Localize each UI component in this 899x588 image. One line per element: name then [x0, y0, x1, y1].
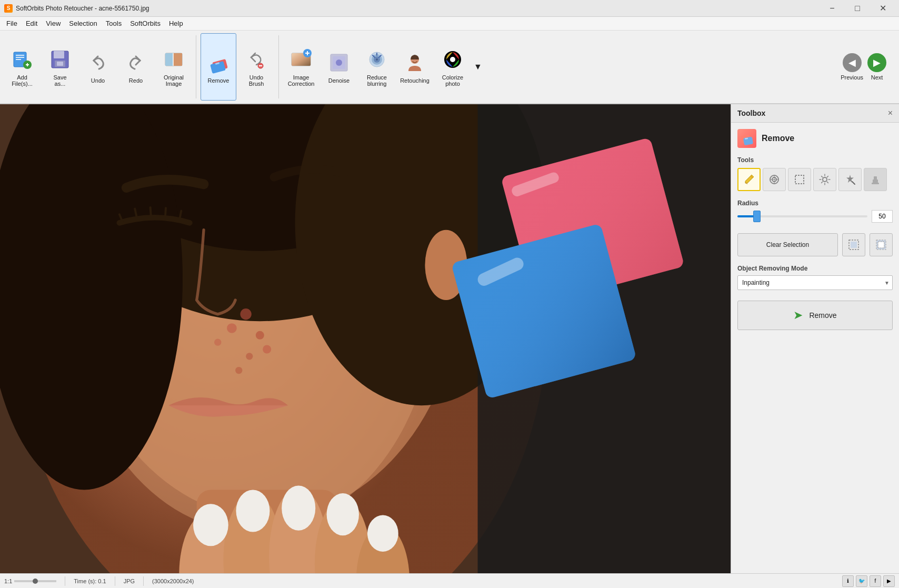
toolbar-reduce-blurring[interactable]: Reduce blurring: [359, 33, 395, 101]
tool-magic-wand-button[interactable]: [813, 168, 836, 191]
svg-point-47: [256, 331, 264, 340]
title-bar: S SoftOrbits Photo Retoucher - acne-5561…: [0, 0, 899, 17]
status-bar: 1:1 Time (s): 0.1 JPG (3000x2000x24) ℹ 🐦…: [0, 573, 899, 588]
status-youtube-button[interactable]: ▶: [883, 575, 895, 587]
status-facebook-button[interactable]: f: [870, 575, 881, 587]
rect-select-icon: [793, 173, 806, 186]
menu-selection[interactable]: Selection: [65, 18, 101, 28]
menu-bar: File Edit View Selection Tools SoftOrbit…: [0, 17, 899, 31]
tool-pencil-button[interactable]: [737, 168, 761, 191]
remove-action-button[interactable]: ➤ Remove: [737, 301, 893, 330]
svg-point-62: [327, 493, 359, 535]
redo-label: Redo: [129, 77, 143, 84]
reduce-blurring-label: Reduce blurring: [367, 74, 387, 87]
radius-slider-thumb[interactable]: [753, 211, 761, 222]
radius-slider[interactable]: [737, 215, 867, 217]
minimize-button[interactable]: −: [820, 0, 844, 17]
svg-rect-2: [16, 57, 24, 58]
tool-stamp-button[interactable]: [864, 168, 887, 191]
window-controls: − □ ✕: [820, 0, 895, 17]
toolbar-undo-brush[interactable]: Undo Brush: [238, 33, 274, 101]
status-share-button[interactable]: 🐦: [856, 575, 867, 587]
status-format: JPG: [124, 578, 135, 584]
tool-lasso-button[interactable]: [763, 168, 786, 191]
tool-rect-select-button[interactable]: [788, 168, 811, 191]
svg-point-81: [823, 177, 827, 182]
toolbar-original-image[interactable]: Original Image: [156, 33, 192, 101]
zoom-slider[interactable]: [14, 580, 56, 582]
menu-view[interactable]: View: [42, 18, 65, 28]
save-icon: [47, 47, 73, 72]
next-button[interactable]: ▶ Next: [867, 53, 886, 81]
selection-row: Clear Selection: [737, 233, 893, 256]
status-icons: ℹ 🐦 f ▶: [842, 575, 895, 587]
svg-point-61: [282, 485, 315, 530]
remove-label: Remove: [208, 77, 229, 84]
clear-selection-button[interactable]: Clear Selection: [737, 233, 838, 256]
toolbar-retouching[interactable]: Retouching: [397, 33, 433, 101]
menu-softorbits[interactable]: SoftOrbits: [126, 18, 165, 28]
toolbar-nav: ◀ Previous ▶ Next: [841, 53, 895, 81]
add-file-icon: [9, 47, 35, 72]
status-sep-3: [143, 576, 144, 586]
mode-select-wrap: Inpainting Content-Aware Fill Texture Sy…: [737, 275, 893, 290]
undo-label: Undo: [91, 77, 105, 84]
tool-star-wand-button[interactable]: [838, 168, 862, 191]
stamp-icon: [869, 173, 882, 186]
radius-value[interactable]: 50: [872, 210, 893, 223]
svg-rect-73: [743, 137, 753, 146]
remove-arrow-icon: ➤: [793, 308, 803, 322]
face-svg: [0, 104, 731, 573]
toolbar-remove[interactable]: Remove: [201, 33, 236, 101]
select-all-button[interactable]: [842, 233, 865, 256]
pencil-icon: [743, 173, 755, 186]
toolbar-add-file[interactable]: Add File(s)...: [4, 33, 40, 101]
svg-rect-1: [16, 55, 24, 56]
status-info-button[interactable]: ℹ: [842, 575, 854, 587]
menu-help[interactable]: Help: [165, 18, 187, 28]
svg-line-82: [852, 182, 855, 184]
svg-rect-6: [27, 63, 28, 66]
toolbar-sep-2: [278, 35, 279, 98]
toolbar: Add File(s)... Save as... Undo: [0, 31, 899, 104]
svg-point-31: [376, 58, 378, 61]
toolbar-redo[interactable]: Redo: [118, 33, 154, 101]
svg-rect-13: [173, 53, 182, 66]
svg-point-63: [367, 515, 398, 551]
toolbar-undo[interactable]: Undo: [80, 33, 116, 101]
toolbar-save-as[interactable]: Save as...: [42, 33, 78, 101]
menu-file[interactable]: File: [2, 18, 22, 28]
reduce-blurring-icon: [364, 47, 389, 72]
menu-tools[interactable]: Tools: [102, 18, 126, 28]
save-as-label: Save as...: [53, 74, 66, 87]
maximize-button[interactable]: □: [845, 0, 870, 17]
svg-point-49: [246, 353, 253, 360]
menu-edit[interactable]: Edit: [22, 18, 42, 28]
tools-row: [737, 168, 893, 191]
colorize-icon: [440, 47, 465, 72]
invert-selection-button[interactable]: [870, 233, 893, 256]
toolbar-more[interactable]: ▼: [473, 33, 483, 101]
svg-point-48: [227, 323, 237, 333]
remove-tool-icon: [737, 129, 756, 148]
svg-rect-24: [307, 51, 308, 55]
svg-rect-8: [54, 51, 64, 58]
mode-select[interactable]: Inpainting Content-Aware Fill Texture Sy…: [737, 275, 893, 290]
retouching-label: Retouching: [400, 77, 429, 84]
image-correction-label: Image Correction: [288, 74, 315, 87]
previous-button[interactable]: ◀ Previous: [841, 53, 863, 81]
next-label: Next: [871, 74, 883, 81]
toolbar-image-correction[interactable]: Image Correction: [283, 33, 319, 101]
close-button[interactable]: ✕: [871, 0, 895, 17]
invert-selection-icon: [875, 239, 887, 251]
toolbar-denoise[interactable]: Denoise: [321, 33, 357, 101]
add-file-label: Add File(s)...: [12, 74, 33, 87]
canvas-area[interactable]: [0, 104, 731, 573]
toolbox-panel: Toolbox × Remove Tools: [731, 104, 899, 573]
toolbar-colorize-photo[interactable]: Colorize photo: [435, 33, 471, 101]
svg-point-50: [263, 345, 271, 354]
svg-point-36: [450, 57, 455, 62]
next-circle: ▶: [867, 53, 886, 72]
svg-point-60: [236, 490, 269, 532]
toolbox-close-button[interactable]: ×: [888, 108, 893, 118]
